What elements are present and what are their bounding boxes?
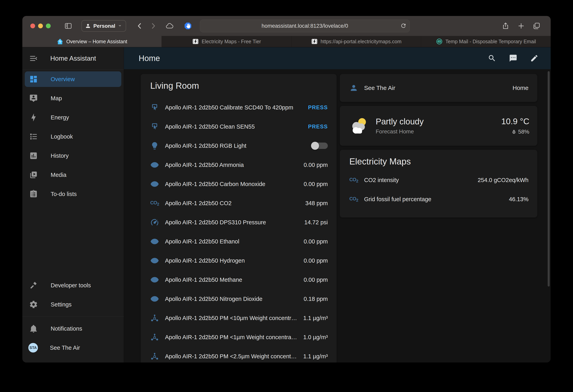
see-the-air-card[interactable]: See The Air Home (340, 74, 537, 102)
entity-value: 1.1 µg/m³ (303, 353, 328, 360)
browser-tab-active[interactable]: Overview – Home Assistant (22, 36, 162, 47)
lightbulb-icon (149, 141, 160, 150)
entity-name: Apollo AIR-1 2d2b50 Ethanol (165, 238, 299, 245)
sidebar-item-label: Media (51, 172, 66, 178)
new-tab-button[interactable] (516, 21, 526, 31)
sidebar-item-developer-tools[interactable]: Developer tools (22, 276, 124, 295)
sidebar-item-notifications[interactable]: Notifications (22, 319, 124, 338)
browser-window: Personal homeassistant.local:8123/lovela… (22, 16, 551, 362)
minimize-window-button[interactable] (38, 23, 43, 28)
sidebar-item-media[interactable]: Media (22, 165, 124, 185)
browser-tab[interactable]: Temp Mail - Disposable Temporary Email (421, 36, 551, 47)
reload-button[interactable] (398, 21, 408, 31)
browser-sidebar-toggle-button[interactable] (63, 21, 73, 31)
profile-button[interactable]: Personal (81, 20, 126, 32)
sidebar-divider (22, 316, 124, 317)
toolbar-right-group (500, 21, 542, 31)
entity-row[interactable]: CO2CO2 intensity254.0 gCO2eq/kWh (349, 170, 529, 190)
entity-row[interactable]: Apollo AIR-1 2d2b50 Ethanol0.00 ppm (149, 232, 328, 251)
browser-tab[interactable]: Electricity Maps - Free Tier (162, 36, 291, 47)
card-title: Electricity Maps (349, 156, 529, 167)
entity-value: 46.13% (509, 196, 529, 203)
entity-row[interactable]: Apollo AIR-1 2d2b50 Nitrogen Dioxide0.18… (149, 289, 328, 308)
entity-row[interactable]: Apollo AIR-1 2d2b50 PM <2.5µm Weight con… (149, 347, 328, 362)
sidebar-item-user[interactable]: STA See The Air (22, 338, 124, 357)
entity-value: 14.72 psi (304, 219, 328, 226)
entity-value: 0.00 ppm (304, 238, 328, 245)
press-button[interactable]: PRESS (308, 124, 328, 130)
sidebar-spacer (22, 204, 124, 276)
entity-value: 0.00 ppm (304, 162, 328, 168)
sidebar-item-logbook[interactable]: Logbook (22, 127, 124, 146)
entity-row[interactable]: Apollo AIR-1 2d2b50 PM <1µm Weight conce… (149, 328, 328, 347)
entity-row[interactable]: Apollo AIR-1 2d2b50 PM <10µm Weight conc… (149, 308, 328, 328)
eye-icon (149, 237, 160, 246)
assist-chat-icon (509, 54, 517, 62)
entity-name: Apollo AIR-1 2d2b50 Hydrogen (165, 257, 299, 264)
weather-forecast-name: Forecast Home (376, 128, 496, 135)
sidebar-item-history[interactable]: History (22, 146, 124, 165)
entity-name: Apollo AIR-1 2d2b50 RGB Light (165, 143, 306, 149)
forward-button[interactable] (148, 21, 158, 31)
sidebar-item-label: Developer tools (51, 282, 91, 289)
browser-toolbar: Personal homeassistant.local:8123/lovela… (22, 16, 551, 36)
person-icon (85, 23, 91, 29)
search-button[interactable] (487, 53, 497, 63)
toggle-knob (311, 142, 319, 150)
eye-icon (149, 256, 160, 265)
entity-row[interactable]: Apollo AIR-1 2d2b50 Ammonia0.00 ppm (149, 155, 328, 174)
browser-tab[interactable]: https://api-portal.electricitymaps.com (291, 36, 421, 47)
window-controls (30, 23, 51, 28)
assist-button[interactable] (508, 53, 518, 63)
press-button[interactable]: PRESS (308, 104, 328, 111)
edit-dashboard-button[interactable] (529, 53, 539, 63)
living-room-rows: Apollo AIR-1 2d2b50 Calibrate SCD40 To 4… (149, 98, 328, 362)
close-window-button[interactable] (30, 23, 35, 28)
sidebar-item-energy[interactable]: Energy (22, 108, 124, 127)
sidebar-item-overview[interactable]: Overview (22, 69, 124, 89)
entity-name: Apollo AIR-1 2d2b50 Calibrate SCD40 To 4… (165, 104, 303, 111)
entity-name: Apollo AIR-1 2d2b50 Carbon Monoxide (165, 181, 299, 187)
entity-row[interactable]: Apollo AIR-1 2d2b50 Carbon Monoxide0.00 … (149, 174, 328, 194)
sidebar-item-map[interactable]: Map (22, 89, 124, 108)
sidebar-collapse-button[interactable] (28, 53, 39, 64)
entity-row[interactable]: CO2Apollo AIR-1 2d2b50 CO2348 ppm (149, 194, 328, 213)
back-button[interactable] (134, 21, 145, 31)
tab-label: https://api-portal.electricitymaps.com (321, 39, 402, 44)
electricity-rows: CO2CO2 intensity254.0 gCO2eq/kWhCO2Grid … (349, 170, 529, 209)
share-button[interactable] (500, 21, 511, 31)
entity-value: 348 ppm (305, 200, 328, 206)
entity-row[interactable]: Apollo AIR-1 2d2b50 Calibrate SCD40 To 4… (149, 98, 328, 117)
weather-card[interactable]: Partly cloudy Forecast Home 10.9 °C 58% (340, 106, 537, 146)
entity-row[interactable]: Apollo AIR-1 2d2b50 Hydrogen0.00 ppm (149, 251, 328, 270)
account-icon (349, 84, 359, 92)
sidebar-item-settings[interactable]: Settings (22, 295, 124, 314)
adblock-shield-hand-icon (184, 22, 192, 30)
sidebar-item-label: Map (51, 95, 62, 102)
sidebar-item-to-do-lists[interactable]: To-do lists (22, 185, 124, 204)
cloud-icon (166, 22, 174, 30)
entity-row[interactable]: CO2Grid fossil fuel percentage46.13% (349, 190, 529, 209)
tab-overview-button[interactable] (532, 21, 542, 31)
entity-row[interactable]: Apollo AIR-1 2d2b50 Clean SEN55PRESS (149, 117, 328, 136)
entity-name: Apollo AIR-1 2d2b50 Nitrogen Dioxide (165, 296, 299, 302)
entity-name: Apollo AIR-1 2d2b50 PM <2.5µm Weight con… (165, 353, 298, 360)
content-blocker-button[interactable] (183, 21, 193, 31)
eye-icon (149, 160, 160, 169)
icloud-tabs-button[interactable] (164, 21, 175, 31)
toggle-switch-off[interactable] (311, 143, 328, 149)
entity-value: 1.0 µg/m³ (303, 334, 328, 341)
sidebar-item-label: Energy (51, 114, 69, 121)
entity-row[interactable]: Apollo AIR-1 2d2b50 RGB Light (149, 136, 328, 155)
entity-row[interactable]: Apollo AIR-1 2d2b50 Methane0.00 ppm (149, 270, 328, 289)
sidebar-nav: OverviewMapEnergyLogbookHistoryMediaTo-d… (22, 69, 124, 204)
entity-row[interactable]: Apollo AIR-1 2d2b50 DPS310 Pressure14.72… (149, 213, 328, 232)
scrollbar-thumb[interactable] (548, 71, 550, 287)
home-assistant-app: Home Assistant OverviewMapEnergyLogbookH… (22, 47, 551, 362)
address-bar[interactable]: homeassistant.local:8123/lovelace/0 (200, 19, 410, 32)
zoom-window-button[interactable] (46, 23, 51, 28)
electricity-maps-logo (311, 38, 318, 45)
settings-icon (28, 300, 39, 309)
entity-name: Apollo AIR-1 2d2b50 Methane (165, 276, 299, 283)
living-room-card: Living Room Apollo AIR-1 2d2b50 Calibrat… (141, 74, 337, 362)
